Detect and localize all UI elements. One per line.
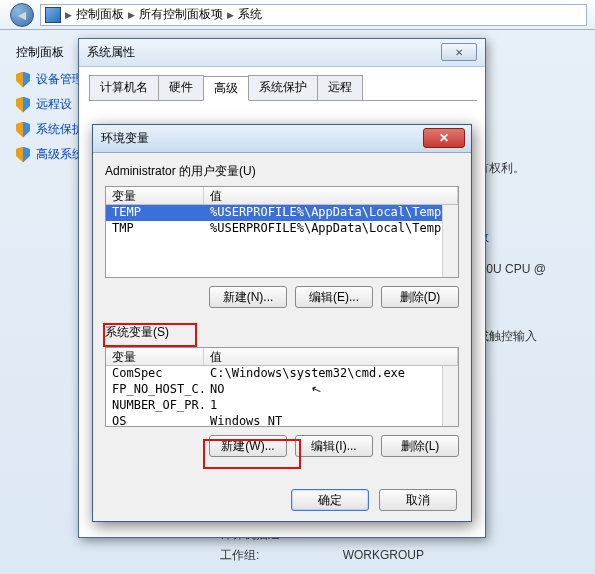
shield-icon [16,72,30,88]
list-item[interactable]: ComSpec C:\Windows\system32\cmd.exe [106,366,458,382]
tab-hardware[interactable]: 硬件 [158,75,204,100]
user-vars-buttons: 新建(N)... 编辑(E)... 删除(D) [105,286,459,308]
var-name: ComSpec [106,366,204,382]
var-name: NUMBER_OF_PR... [106,398,204,414]
dialog-buttons: 确定 取消 [291,489,457,511]
tab-advanced[interactable]: 高级 [203,76,249,101]
sys-vars-label: 系统变量(S) [105,324,459,341]
col-value[interactable]: 值 [204,187,458,204]
list-header[interactable]: 变量 值 [106,348,458,366]
col-variable[interactable]: 变量 [106,348,204,365]
tab-system-protection[interactable]: 系统保护 [248,75,318,100]
scrollbar[interactable] [442,205,458,277]
edit-user-var-button[interactable]: 编辑(E)... [295,286,373,308]
user-vars-list[interactable]: 变量 值 TEMP %USERPROFILE%\AppData\Local\Te… [105,186,459,278]
var-name: OS [106,414,204,427]
control-panel-icon [45,7,61,23]
var-name: FP_NO_HOST_C... [106,382,204,398]
sidebar-item-label: 远程设 [36,96,72,113]
ok-button[interactable]: 确定 [291,489,369,511]
list-item[interactable]: TEMP %USERPROFILE%\AppData\Local\Temp [106,205,458,221]
explorer-toolbar: ◄ ▶ 控制面板 ▶ 所有控制面板项 ▶ 系统 [0,0,595,30]
var-value: 1 [204,398,458,414]
new-user-var-button[interactable]: 新建(N)... [209,286,287,308]
var-value: %USERPROFILE%\AppData\Local\Temp [204,205,458,221]
list-header[interactable]: 变量 值 [106,187,458,205]
list-item[interactable]: NUMBER_OF_PR... 1 [106,398,458,414]
system-vars-list[interactable]: 变量 值 ComSpec C:\Windows\system32\cmd.exe… [105,347,459,427]
breadcrumb-item[interactable]: 系统 [238,6,262,23]
sidebar-item-label: 高级系统 [36,146,84,163]
chevron-right-icon: ▶ [65,10,72,20]
sidebar-item-label: 系统保护 [36,121,84,138]
shield-icon [16,122,30,138]
close-button[interactable]: ✕ [441,43,477,61]
breadcrumb-item[interactable]: 所有控制面板项 [139,6,223,23]
list-item[interactable]: TMP %USERPROFILE%\AppData\Local\Temp [106,221,458,237]
window-title: 环境变量 [101,130,149,147]
workgroup-value: WORKGROUP [343,548,424,562]
chevron-right-icon: ▶ [227,10,234,20]
delete-sys-var-button[interactable]: 删除(L) [381,435,459,457]
titlebar[interactable]: 环境变量 ✕ [93,125,471,153]
delete-user-var-button[interactable]: 删除(D) [381,286,459,308]
tab-strip: 计算机名 硬件 高级 系统保护 远程 [89,75,477,101]
titlebar[interactable]: 系统属性 ✕ [79,39,485,67]
edit-sys-var-button[interactable]: 编辑(I)... [295,435,373,457]
tab-remote[interactable]: 远程 [317,75,363,100]
col-value[interactable]: 值 [204,348,458,365]
var-name: TEMP [106,205,204,221]
system-vars-buttons: 新建(W)... 编辑(I)... 删除(L) [105,435,459,457]
breadcrumb-item[interactable]: 控制面板 [76,6,124,23]
var-value: C:\Windows\system32\cmd.exe [204,366,458,382]
shield-icon [16,147,30,163]
environment-variables-dialog: 环境变量 ✕ Administrator 的用户变量(U) 变量 值 TEMP … [92,124,472,522]
new-sys-var-button[interactable]: 新建(W)... [209,435,287,457]
chevron-right-icon: ▶ [128,10,135,20]
nav-back-button[interactable]: ◄ [10,3,34,27]
var-value: NO [204,382,458,398]
list-item[interactable]: OS Windows_NT [106,414,458,427]
cancel-button[interactable]: 取消 [379,489,457,511]
var-name: TMP [106,221,204,237]
shield-icon [16,97,30,113]
scrollbar[interactable] [442,366,458,426]
tab-computer-name[interactable]: 计算机名 [89,75,159,100]
workgroup-label: 工作组: [220,548,259,562]
var-value: %USERPROFILE%\AppData\Local\Temp [204,221,458,237]
close-button[interactable]: ✕ [423,128,465,148]
user-vars-label: Administrator 的用户变量(U) [105,163,459,180]
list-item[interactable]: FP_NO_HOST_C... NO [106,382,458,398]
var-value: Windows_NT [204,414,458,427]
breadcrumb[interactable]: ▶ 控制面板 ▶ 所有控制面板项 ▶ 系统 [40,4,587,26]
sidebar-item-label: 设备管理 [36,71,84,88]
col-variable[interactable]: 变量 [106,187,204,204]
window-title: 系统属性 [87,44,135,61]
